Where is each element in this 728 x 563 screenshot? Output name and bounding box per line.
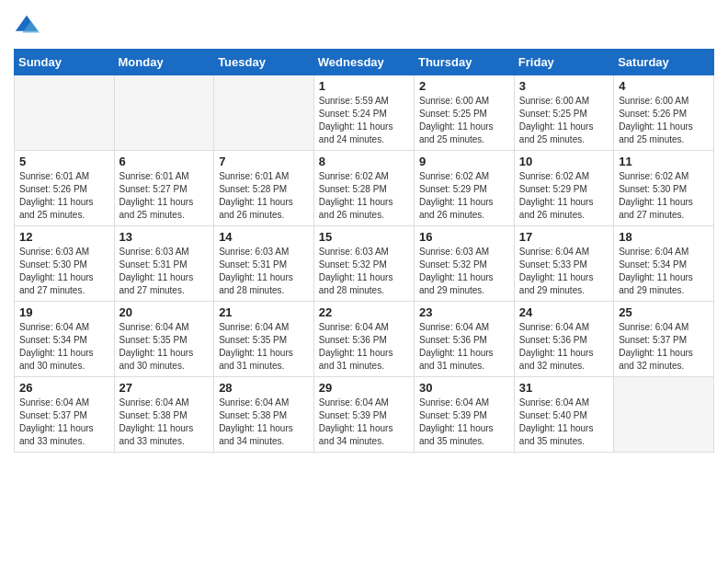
calendar-cell: 21Sunrise: 6:04 AM Sunset: 5:35 PM Dayli… <box>214 302 314 377</box>
day-info: Sunrise: 6:04 AM Sunset: 5:39 PM Dayligh… <box>419 396 509 448</box>
day-number: 12 <box>19 230 109 244</box>
day-number: 17 <box>519 230 609 244</box>
column-header-thursday: Thursday <box>414 50 514 75</box>
day-info: Sunrise: 6:01 AM Sunset: 5:26 PM Dayligh… <box>19 170 109 222</box>
week-row-3: 12Sunrise: 6:03 AM Sunset: 5:30 PM Dayli… <box>15 226 714 302</box>
day-info: Sunrise: 6:04 AM Sunset: 5:37 PM Dayligh… <box>619 321 709 373</box>
week-row-5: 26Sunrise: 6:04 AM Sunset: 5:37 PM Dayli… <box>15 377 714 453</box>
calendar-table: SundayMondayTuesdayWednesdayThursdayFrid… <box>14 49 714 453</box>
day-info: Sunrise: 6:02 AM Sunset: 5:29 PM Dayligh… <box>419 170 509 222</box>
day-info: Sunrise: 6:04 AM Sunset: 5:36 PM Dayligh… <box>319 321 409 373</box>
day-number: 4 <box>619 79 709 93</box>
calendar-cell <box>114 75 214 151</box>
day-info: Sunrise: 6:02 AM Sunset: 5:29 PM Dayligh… <box>519 170 609 222</box>
calendar-cell: 2Sunrise: 6:00 AM Sunset: 5:25 PM Daylig… <box>414 75 514 151</box>
calendar-cell: 16Sunrise: 6:03 AM Sunset: 5:32 PM Dayli… <box>414 226 514 302</box>
day-info: Sunrise: 6:04 AM Sunset: 5:39 PM Dayligh… <box>319 396 409 448</box>
day-info: Sunrise: 6:03 AM Sunset: 5:31 PM Dayligh… <box>219 246 309 297</box>
calendar-cell: 13Sunrise: 6:03 AM Sunset: 5:31 PM Dayli… <box>114 226 214 302</box>
week-row-1: 1Sunrise: 5:59 AM Sunset: 5:24 PM Daylig… <box>15 75 714 151</box>
day-info: Sunrise: 6:04 AM Sunset: 5:35 PM Dayligh… <box>119 321 210 373</box>
day-info: Sunrise: 6:04 AM Sunset: 5:38 PM Dayligh… <box>119 396 210 448</box>
day-info: Sunrise: 6:03 AM Sunset: 5:30 PM Dayligh… <box>19 246 109 297</box>
day-number: 3 <box>519 79 609 93</box>
day-number: 13 <box>119 230 210 244</box>
header <box>14 14 714 40</box>
calendar-cell: 3Sunrise: 6:00 AM Sunset: 5:25 PM Daylig… <box>514 75 613 151</box>
calendar-cell: 11Sunrise: 6:02 AM Sunset: 5:30 PM Dayli… <box>614 151 714 226</box>
day-number: 26 <box>19 381 109 395</box>
day-info: Sunrise: 6:00 AM Sunset: 5:25 PM Dayligh… <box>519 95 609 146</box>
calendar-cell: 14Sunrise: 6:03 AM Sunset: 5:31 PM Dayli… <box>214 226 314 302</box>
column-header-tuesday: Tuesday <box>214 50 314 75</box>
calendar-cell: 5Sunrise: 6:01 AM Sunset: 5:26 PM Daylig… <box>15 151 115 226</box>
calendar-cell: 6Sunrise: 6:01 AM Sunset: 5:27 PM Daylig… <box>114 151 214 226</box>
day-number: 1 <box>319 79 409 93</box>
day-info: Sunrise: 6:04 AM Sunset: 5:40 PM Dayligh… <box>519 396 609 448</box>
calendar-cell: 23Sunrise: 6:04 AM Sunset: 5:36 PM Dayli… <box>414 302 514 377</box>
week-row-2: 5Sunrise: 6:01 AM Sunset: 5:26 PM Daylig… <box>15 151 714 226</box>
day-number: 30 <box>419 381 509 395</box>
day-info: Sunrise: 6:01 AM Sunset: 5:28 PM Dayligh… <box>219 170 309 222</box>
column-header-sunday: Sunday <box>15 50 115 75</box>
day-number: 6 <box>119 155 210 168</box>
column-header-friday: Friday <box>514 50 613 75</box>
logo <box>14 14 43 40</box>
calendar-cell: 8Sunrise: 6:02 AM Sunset: 5:28 PM Daylig… <box>313 151 414 226</box>
day-info: Sunrise: 6:04 AM Sunset: 5:37 PM Dayligh… <box>19 396 109 448</box>
day-number: 21 <box>219 305 309 319</box>
day-number: 23 <box>419 305 509 319</box>
calendar-cell: 9Sunrise: 6:02 AM Sunset: 5:29 PM Daylig… <box>414 151 514 226</box>
day-info: Sunrise: 6:04 AM Sunset: 5:38 PM Dayligh… <box>219 396 309 448</box>
calendar-cell: 17Sunrise: 6:04 AM Sunset: 5:33 PM Dayli… <box>514 226 613 302</box>
week-row-4: 19Sunrise: 6:04 AM Sunset: 5:34 PM Dayli… <box>15 302 714 377</box>
day-info: Sunrise: 5:59 AM Sunset: 5:24 PM Dayligh… <box>319 95 409 146</box>
calendar-cell: 10Sunrise: 6:02 AM Sunset: 5:29 PM Dayli… <box>514 151 613 226</box>
calendar-cell: 20Sunrise: 6:04 AM Sunset: 5:35 PM Dayli… <box>114 302 214 377</box>
day-info: Sunrise: 6:03 AM Sunset: 5:32 PM Dayligh… <box>419 246 509 297</box>
calendar-cell <box>15 75 115 151</box>
day-info: Sunrise: 6:04 AM Sunset: 5:34 PM Dayligh… <box>619 246 709 297</box>
calendar-cell: 28Sunrise: 6:04 AM Sunset: 5:38 PM Dayli… <box>214 377 314 453</box>
day-number: 22 <box>319 305 409 319</box>
day-number: 5 <box>19 155 109 168</box>
column-header-wednesday: Wednesday <box>313 50 414 75</box>
day-info: Sunrise: 6:02 AM Sunset: 5:30 PM Dayligh… <box>619 170 709 222</box>
calendar-cell: 7Sunrise: 6:01 AM Sunset: 5:28 PM Daylig… <box>214 151 314 226</box>
calendar-cell: 26Sunrise: 6:04 AM Sunset: 5:37 PM Dayli… <box>15 377 115 453</box>
calendar-cell: 29Sunrise: 6:04 AM Sunset: 5:39 PM Dayli… <box>313 377 414 453</box>
calendar-cell: 31Sunrise: 6:04 AM Sunset: 5:40 PM Dayli… <box>514 377 613 453</box>
day-number: 25 <box>619 305 709 319</box>
day-number: 10 <box>519 155 609 168</box>
day-number: 28 <box>219 381 309 395</box>
column-header-monday: Monday <box>114 50 214 75</box>
calendar-cell: 30Sunrise: 6:04 AM Sunset: 5:39 PM Dayli… <box>414 377 514 453</box>
day-number: 19 <box>19 305 109 319</box>
calendar-header-row: SundayMondayTuesdayWednesdayThursdayFrid… <box>15 50 714 75</box>
day-number: 14 <box>219 230 309 244</box>
day-info: Sunrise: 6:02 AM Sunset: 5:28 PM Dayligh… <box>319 170 409 222</box>
day-number: 15 <box>319 230 409 244</box>
day-info: Sunrise: 6:04 AM Sunset: 5:36 PM Dayligh… <box>419 321 509 373</box>
day-number: 7 <box>219 155 309 168</box>
day-info: Sunrise: 6:04 AM Sunset: 5:33 PM Dayligh… <box>519 246 609 297</box>
day-info: Sunrise: 6:00 AM Sunset: 5:25 PM Dayligh… <box>419 95 509 146</box>
day-number: 18 <box>619 230 709 244</box>
day-number: 11 <box>619 155 709 168</box>
calendar-cell <box>214 75 314 151</box>
calendar-cell: 19Sunrise: 6:04 AM Sunset: 5:34 PM Dayli… <box>15 302 115 377</box>
calendar-cell: 15Sunrise: 6:03 AM Sunset: 5:32 PM Dayli… <box>313 226 414 302</box>
day-number: 20 <box>119 305 210 319</box>
day-info: Sunrise: 6:04 AM Sunset: 5:36 PM Dayligh… <box>519 321 609 373</box>
day-info: Sunrise: 6:03 AM Sunset: 5:31 PM Dayligh… <box>119 246 210 297</box>
calendar-cell: 27Sunrise: 6:04 AM Sunset: 5:38 PM Dayli… <box>114 377 214 453</box>
day-number: 16 <box>419 230 509 244</box>
day-number: 9 <box>419 155 509 168</box>
day-number: 2 <box>419 79 509 93</box>
calendar-cell: 12Sunrise: 6:03 AM Sunset: 5:30 PM Dayli… <box>15 226 115 302</box>
calendar-cell: 4Sunrise: 6:00 AM Sunset: 5:26 PM Daylig… <box>614 75 714 151</box>
calendar-cell: 25Sunrise: 6:04 AM Sunset: 5:37 PM Dayli… <box>614 302 714 377</box>
column-header-saturday: Saturday <box>614 50 714 75</box>
day-info: Sunrise: 6:00 AM Sunset: 5:26 PM Dayligh… <box>619 95 709 146</box>
calendar-cell: 1Sunrise: 5:59 AM Sunset: 5:24 PM Daylig… <box>313 75 414 151</box>
